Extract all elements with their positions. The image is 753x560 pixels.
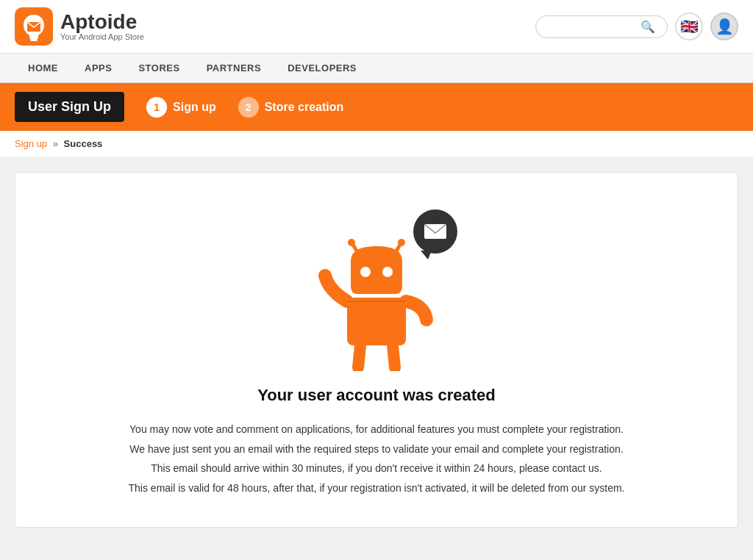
logo-area: Aptoide Your Android App Store	[15, 7, 144, 46]
nav-home[interactable]: HOME	[15, 54, 71, 82]
search-bar: 🔍	[535, 15, 668, 38]
mascot-area	[288, 195, 465, 371]
logo-text: Aptoide Your Android App Store	[60, 12, 144, 41]
success-line1: You may now vote and comment on applicat…	[129, 420, 625, 439]
aptoide-logo-icon[interactable]	[15, 7, 53, 46]
step1-label: Sign up	[173, 101, 216, 114]
breadcrumb-current: Success	[64, 138, 103, 149]
step2: 2 Store creation	[238, 97, 344, 118]
svg-point-6	[398, 239, 405, 246]
main-content: Your user account was created You may no…	[0, 157, 753, 542]
language-selector[interactable]: 🇬🇧	[675, 12, 703, 40]
navigation: HOME APPS STORES PARTNERS DEVELOPERS	[0, 54, 753, 83]
success-title: Your user account was created	[257, 386, 496, 405]
logo-tagline: Your Android App Store	[60, 32, 144, 41]
step2-circle: 2	[238, 97, 259, 118]
breadcrumb-link[interactable]: Sign up	[15, 138, 47, 149]
nav-apps[interactable]: APPS	[71, 54, 125, 82]
step1: 1 Sign up	[146, 97, 216, 118]
success-line2: We have just sent you an email with the …	[129, 439, 625, 459]
nav-stores[interactable]: STORES	[125, 54, 193, 82]
header: Aptoide Your Android App Store 🔍 🇬🇧 👤	[0, 0, 753, 54]
nav-partners[interactable]: PARTNERS	[193, 54, 275, 82]
svg-point-8	[382, 267, 393, 277]
breadcrumb: Sign up » Success	[0, 131, 753, 157]
logo-name: Aptoide	[60, 12, 144, 32]
success-line4: This email is valid for 48 hours, after …	[129, 478, 625, 498]
breadcrumb-separator: »	[53, 138, 58, 149]
success-body: You may now vote and comment on applicat…	[129, 420, 625, 498]
android-mascot	[310, 224, 443, 371]
step1-circle: 1	[146, 97, 167, 118]
nav-developers[interactable]: DEVELOPERS	[274, 54, 370, 82]
svg-point-7	[360, 267, 371, 277]
signup-banner: User Sign Up 1 Sign up 2 Store creation	[0, 83, 753, 131]
header-right: 🔍 🇬🇧 👤	[535, 12, 738, 40]
success-line3: This email should arrive within 30 minut…	[129, 459, 625, 478]
search-icon[interactable]: 🔍	[640, 20, 655, 34]
user-signup-label: User Sign Up	[15, 92, 124, 122]
search-input[interactable]	[545, 21, 640, 32]
content-card: Your user account was created You may no…	[15, 172, 738, 528]
step2-label: Store creation	[265, 101, 344, 114]
svg-point-4	[348, 239, 355, 246]
user-profile-button[interactable]: 👤	[710, 12, 738, 40]
svg-rect-9	[347, 298, 406, 345]
